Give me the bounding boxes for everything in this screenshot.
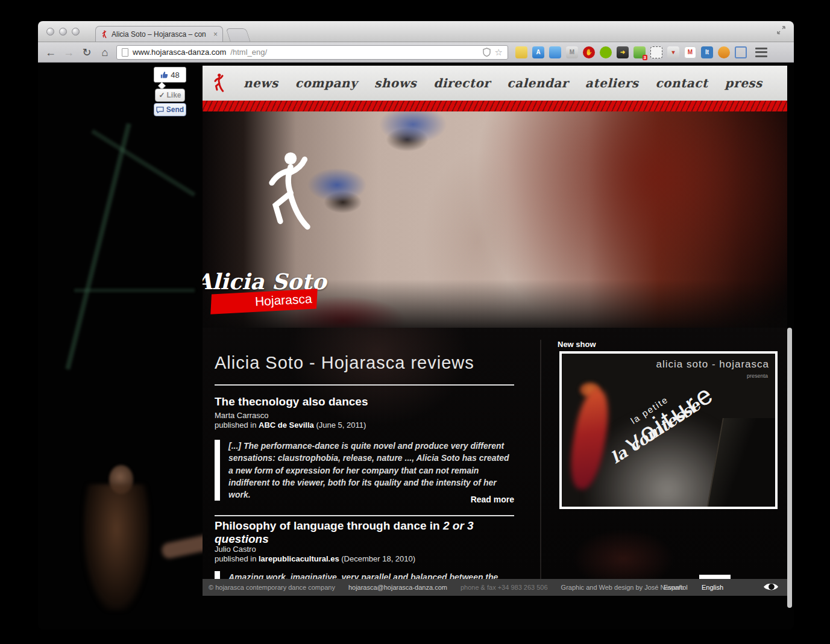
forward-button[interactable]: → [62, 46, 75, 59]
notes-icon[interactable] [515, 46, 527, 58]
evernote-icon[interactable] [650, 46, 662, 58]
it-icon[interactable]: It [701, 46, 713, 58]
gmail-icon[interactable]: M [684, 46, 696, 58]
new-show-label: New show [558, 340, 596, 349]
nav-item-shows[interactable]: shows [374, 76, 417, 90]
browser-window: Alicia Soto – Hojarasca – con × ← → ↻ ⌂ … [38, 21, 794, 630]
footer-email[interactable]: hojarasca@hojarasca-danza.com [348, 584, 447, 591]
favicon-dancer-icon [101, 30, 108, 39]
new-show-poster[interactable]: alicia soto - hojarasca presenta la peti… [559, 351, 778, 509]
resize-icon [777, 26, 785, 34]
traffic-lights [46, 28, 80, 36]
gmail-offline-icon[interactable]: M [566, 46, 578, 58]
divider [215, 515, 514, 516]
page-icon [122, 48, 128, 57]
browser-toolbar: ← → ↻ ⌂ www.hojarasca-danza.com/html_eng… [38, 42, 794, 63]
reload-button[interactable]: ↻ [80, 46, 93, 59]
logo-sub: Hojarasca [255, 292, 313, 309]
review-author: Marta Carrasco [215, 411, 269, 420]
page-title: Alicia Soto - Hojarasca reviews [215, 353, 474, 373]
extensions-row: A M ✋ ➜ 3 ▾ M It [515, 46, 767, 58]
like-count: 48 [171, 70, 179, 80]
new-tab-button[interactable] [225, 28, 250, 42]
nav-item-contact[interactable]: contact [655, 76, 708, 90]
shield-icon[interactable] [483, 48, 491, 57]
browser-tab[interactable]: Alicia Soto – Hojarasca – con × [95, 26, 223, 42]
tab-close-icon[interactable]: × [213, 30, 218, 39]
translate-icon[interactable]: A [532, 46, 544, 58]
read-more-link[interactable]: Read more [215, 495, 514, 504]
review-published: published in larepublicacultural.es (Dec… [215, 554, 415, 563]
spotify-icon[interactable] [600, 46, 612, 58]
home-button[interactable]: ⌂ [98, 46, 112, 59]
nav-item-ateliers[interactable]: ateliers [585, 76, 639, 90]
url-path: /html_eng/ [230, 48, 267, 57]
review-title: Philosophy of language through dance in … [215, 519, 516, 546]
click-to-call-icon[interactable]: ➜ [617, 46, 629, 58]
window-titlebar[interactable]: Alicia Soto – Hojarasca – con × [38, 21, 794, 42]
eye-icon[interactable] [763, 581, 779, 592]
active-language-indicator [699, 575, 731, 579]
nav-dancer-icon [211, 73, 227, 93]
menu-icon[interactable] [755, 48, 767, 57]
zoom-window-button[interactable] [72, 28, 80, 36]
site-content: news company shows director calendar ate… [203, 63, 787, 630]
page-viewport: 48 ✓Like Send [38, 63, 794, 630]
nav-item-director[interactable]: director [433, 76, 490, 90]
back-button[interactable]: ← [44, 46, 57, 59]
address-bar[interactable]: www.hojarasca-danza.com/html_eng/ ☆ [116, 45, 508, 60]
scrollbar-thumb[interactable] [787, 328, 792, 608]
logo-dancer-icon [259, 150, 319, 234]
photos-icon[interactable] [549, 46, 561, 58]
screenshot-icon[interactable] [735, 46, 747, 58]
minimize-window-button[interactable] [59, 28, 67, 36]
adblock-icon[interactable]: ✋ [583, 46, 595, 58]
site-footer: © hojarasca contemporary dance company h… [203, 579, 787, 596]
facebook-like-button[interactable]: ✓Like [155, 89, 185, 102]
nav-item-press[interactable]: press [725, 76, 762, 90]
thumb-up-icon [160, 71, 168, 79]
review-author: Julio Castro [215, 545, 256, 554]
language-en-link[interactable]: English [702, 584, 723, 591]
battery-icon[interactable]: 3 [634, 46, 646, 58]
footer-copyright: © hojarasca contemporary dance company [209, 584, 335, 591]
language-es-link[interactable]: Español [664, 584, 688, 591]
review-published: published in ABC de Sevilla (June 5, 201… [215, 420, 366, 430]
stage-background-image [38, 63, 203, 630]
mail-icon[interactable]: ▾ [667, 46, 679, 58]
red-stripe-band [203, 101, 787, 111]
facebook-like-count: 48 [154, 67, 186, 83]
speech-bubble-icon [156, 107, 164, 113]
nav-item-company[interactable]: company [295, 76, 357, 90]
nav-item-news[interactable]: news [244, 76, 278, 90]
footer-phone: phone & fax +34 983 263 506 [461, 584, 548, 591]
tab-title: Alicia Soto – Hojarasca – con [112, 30, 210, 39]
review-quote: [...] The performance-dance is quite nov… [215, 440, 516, 501]
honey-icon[interactable] [718, 46, 730, 58]
review-title: The thecnology also dances [215, 395, 516, 408]
close-window-button[interactable] [46, 28, 54, 36]
nav-item-calendar[interactable]: calendar [507, 76, 568, 90]
divider [215, 384, 514, 386]
facebook-widget: 48 ✓Like Send [154, 67, 190, 83]
bookmark-star-icon[interactable]: ☆ [495, 47, 503, 58]
main-navigation: news company shows director calendar ate… [203, 66, 787, 101]
facebook-send-button[interactable]: Send [154, 103, 186, 116]
url-host: www.hojarasca-danza.com [133, 48, 226, 57]
